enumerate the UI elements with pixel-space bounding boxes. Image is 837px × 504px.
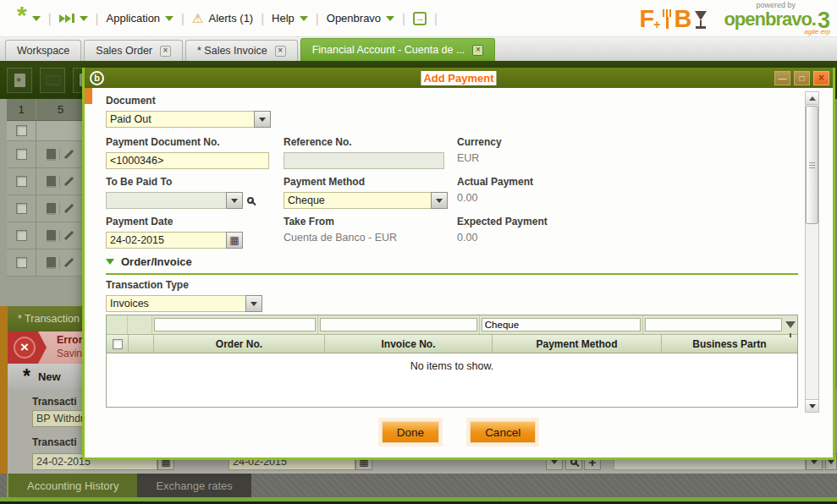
document-icon[interactable] <box>47 176 56 188</box>
fnb-letter-f: F <box>640 8 655 30</box>
quick-create-menu[interactable]: * <box>17 9 41 28</box>
tab-sales-invoice[interactable]: * Sales Invoice × <box>185 40 298 61</box>
edit-icon[interactable] <box>64 231 74 240</box>
top-menu-bar: * | | Application | ⚠ Alerts (1) | Help … <box>0 0 837 37</box>
close-icon[interactable]: × <box>160 46 171 57</box>
order-invoice-section-header[interactable]: Order/Invoice <box>106 255 798 275</box>
tab-workspace[interactable]: Workspace <box>5 40 81 61</box>
payment-date-input[interactable] <box>106 232 227 249</box>
close-icon[interactable]: × <box>813 71 829 85</box>
filter-funnel-icon[interactable] <box>785 321 796 328</box>
payment-method-value[interactable]: Cheque <box>284 192 432 209</box>
calendar-icon[interactable]: ▦ <box>226 232 243 249</box>
maximize-icon[interactable]: □ <box>794 71 810 85</box>
tab-sales-order[interactable]: Sales Order × <box>84 40 183 61</box>
checkbox[interactable] <box>16 176 27 187</box>
done-button[interactable]: Done <box>382 421 439 443</box>
quick-launch-menu[interactable] <box>59 14 88 23</box>
tab-accounting-history[interactable]: Accounting History <box>7 474 137 497</box>
logout-button[interactable]: → <box>413 12 427 25</box>
invoice-no-filter-input[interactable] <box>320 318 477 331</box>
checkbox[interactable] <box>16 149 27 160</box>
column-header[interactable]: Invoice No. <box>325 335 493 353</box>
edit-icon[interactable] <box>64 177 74 186</box>
chevron-down-icon <box>300 16 308 21</box>
transaction-type-select[interactable]: Invoices <box>106 295 262 312</box>
dialog-scrollbar[interactable] <box>805 91 819 413</box>
payment-doc-no-input[interactable] <box>106 152 269 169</box>
column-header[interactable]: Order No. <box>154 335 325 353</box>
menu-alerts-label: Alerts (1) <box>208 12 253 25</box>
business-partner-filter-input[interactable] <box>645 318 782 331</box>
to-be-paid-input[interactable] <box>106 192 227 209</box>
transaction-type-value[interactable]: Invoices <box>106 295 246 312</box>
fork-icon <box>663 9 671 29</box>
menu-separator: | <box>316 11 319 25</box>
checkbox[interactable] <box>16 203 27 214</box>
new-record-button[interactable] <box>7 68 32 93</box>
chevron-down-icon[interactable] <box>245 295 262 312</box>
document-icon[interactable] <box>47 230 56 242</box>
asterisk-logo-icon: * <box>17 9 27 28</box>
scroll-up-arrow[interactable] <box>806 92 818 105</box>
document-icon[interactable] <box>47 203 56 215</box>
warning-icon: ⚠ <box>192 11 203 26</box>
menu-openbravo[interactable]: Openbravo <box>327 12 394 25</box>
payment-method-select[interactable]: Cheque <box>284 192 448 209</box>
bottom-bar: Accounting History Exchange rates <box>0 474 837 504</box>
chevron-down-icon[interactable] <box>431 192 448 209</box>
edit-icon[interactable] <box>64 204 74 213</box>
chevron-down-icon <box>386 16 394 21</box>
payment-doc-no-field-group: Payment Document No. <box>106 136 269 169</box>
chevron-down-icon[interactable] <box>226 192 243 209</box>
minimize-icon[interactable]: — <box>774 71 790 85</box>
close-icon[interactable]: × <box>275 46 286 57</box>
checkbox[interactable] <box>16 257 27 268</box>
tab-financial-account[interactable]: Financial Account - Cuenta de ... × <box>300 38 496 61</box>
checkbox[interactable] <box>16 230 27 241</box>
close-icon[interactable]: × <box>472 45 483 56</box>
expected-payment-label: Expected Payment <box>457 216 548 227</box>
menu-separator: | <box>181 11 184 25</box>
dialog-titlebar[interactable]: b Add Payment — □ × <box>85 68 833 88</box>
document-icon[interactable] <box>47 257 56 269</box>
menu-application-label: Application <box>107 12 161 25</box>
scroll-down-arrow[interactable] <box>806 399 818 412</box>
take-from-field-group: Take From Cuenta de Banco - EUR <box>284 216 397 244</box>
menu-application[interactable]: Application <box>107 12 174 25</box>
scrollbar-thumb[interactable] <box>806 106 818 224</box>
section-collapse-icon[interactable] <box>106 259 114 265</box>
edit-icon[interactable] <box>64 258 74 267</box>
transaction-type-field-group: Transaction Type Invoices <box>106 279 262 312</box>
document-select[interactable]: Paid Out <box>106 111 271 128</box>
table-empty-message: No items to show. <box>107 353 797 372</box>
to-be-paid-field-group: To Be Paid To <box>106 176 259 209</box>
grid-view-button[interactable] <box>40 68 65 93</box>
payment-method-filter-input[interactable] <box>482 318 641 331</box>
document-field-group: Document Paid Out <box>106 95 271 128</box>
transaction-date-label: Transacti <box>32 436 77 448</box>
dialog-button-row: Done Cancel <box>85 421 833 443</box>
menu-help[interactable]: Help <box>272 12 308 25</box>
column-header[interactable]: Business Partn <box>662 335 797 353</box>
bottom-tab-label: Exchange rates <box>156 479 232 492</box>
document-select-value[interactable]: Paid Out <box>106 111 255 128</box>
search-icon[interactable] <box>242 192 259 209</box>
select-all-checkbox[interactable] <box>113 339 123 349</box>
tab-label: Workspace <box>17 45 69 57</box>
menu-alerts[interactable]: ⚠ Alerts (1) <box>192 11 253 26</box>
document-icon[interactable] <box>47 149 56 161</box>
chevron-down-icon[interactable] <box>254 111 271 128</box>
menu-separator: | <box>96 11 99 25</box>
new-asterisk-icon: * <box>23 373 30 380</box>
cancel-button[interactable]: Cancel <box>470 421 536 443</box>
edit-icon[interactable] <box>64 150 74 159</box>
reference-label: Reference No. <box>284 136 444 148</box>
fnb-letter-b: B <box>674 8 691 30</box>
tab-exchange-rates[interactable]: Exchange rates <box>137 474 251 497</box>
checkbox[interactable] <box>16 125 27 136</box>
reference-input[interactable] <box>284 152 444 169</box>
actual-payment-label: Actual Payment <box>457 176 533 188</box>
order-no-filter-input[interactable] <box>154 318 315 331</box>
column-header[interactable]: Payment Method <box>493 335 662 353</box>
